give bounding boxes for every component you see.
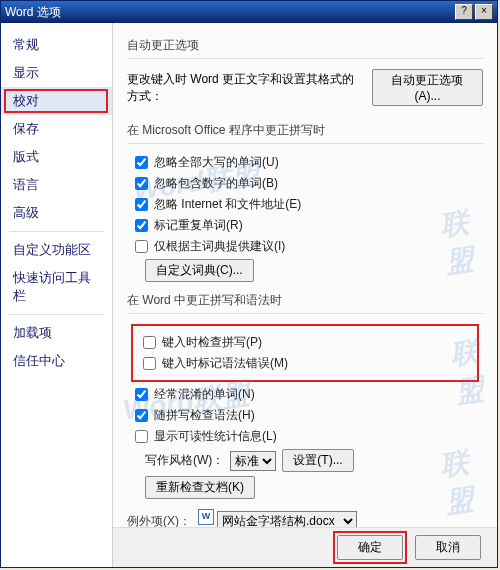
section-exceptions: 例外项(X)： 网站金字塔结构.docx <box>127 503 483 527</box>
chk-mark-grammar[interactable] <box>143 357 156 370</box>
chk-confused-words[interactable] <box>135 388 148 401</box>
titlebar: Word 选项 ? × <box>1 1 497 23</box>
nav-trust[interactable]: 信任中心 <box>1 347 112 375</box>
writing-style-select[interactable]: 标准 <box>230 451 276 471</box>
exception-doc-select[interactable]: 网站金字塔结构.docx <box>217 511 357 527</box>
cancel-button[interactable]: 取消 <box>415 535 481 560</box>
sidebar: 常规 显示 校对 保存 版式 语言 高级 自定义功能区 快速访问工具栏 加载项 … <box>1 23 113 567</box>
ok-button[interactable]: 确定 <box>337 535 403 560</box>
word-options-dialog: Word 选项 ? × 常规 显示 校对 保存 版式 语言 高级 自定义功能区 … <box>0 0 498 568</box>
nav-customize-ribbon[interactable]: 自定义功能区 <box>1 236 112 264</box>
chk-readability[interactable] <box>135 430 148 443</box>
section-word: 在 Word 中更正拼写和语法时 <box>127 286 483 314</box>
autocorrect-text: 更改键入时 Word 更正文字和设置其格式的方式： <box>127 71 366 105</box>
chk-ignore-numbers[interactable] <box>135 177 148 190</box>
nav-general[interactable]: 常规 <box>1 31 112 59</box>
nav-save[interactable]: 保存 <box>1 115 112 143</box>
recheck-button[interactable]: 重新检查文档(K) <box>145 476 255 499</box>
chk-ignore-internet[interactable] <box>135 198 148 211</box>
nav-addins[interactable]: 加载项 <box>1 319 112 347</box>
chk-flag-repeat[interactable] <box>135 219 148 232</box>
scroll-area[interactable]: 自动更正选项 更改键入时 Word 更正文字和设置其格式的方式： 自动更正选项(… <box>113 23 497 527</box>
nav-layout[interactable]: 版式 <box>1 143 112 171</box>
writing-style-label: 写作风格(W)： <box>145 452 224 469</box>
chk-check-spelling[interactable] <box>143 336 156 349</box>
nav-display[interactable]: 显示 <box>1 59 112 87</box>
chk-grammar-with-spell[interactable] <box>135 409 148 422</box>
nav-advanced[interactable]: 高级 <box>1 199 112 227</box>
section-office: 在 Microsoft Office 程序中更正拼写时 <box>127 116 483 144</box>
autocorrect-options-button[interactable]: 自动更正选项(A)... <box>372 69 483 106</box>
section-autocorrect: 自动更正选项 <box>127 31 483 59</box>
nav-language[interactable]: 语言 <box>1 171 112 199</box>
highlight-spell-group: 键入时检查拼写(P) 键入时标记语法错误(M) <box>131 324 479 382</box>
content-pane: 自动更正选项 更改键入时 Word 更正文字和设置其格式的方式： 自动更正选项(… <box>113 23 497 567</box>
nav-qat[interactable]: 快速访问工具栏 <box>1 264 112 310</box>
doc-icon <box>198 509 214 525</box>
nav-proofing[interactable]: 校对 <box>1 87 112 115</box>
chk-main-dict-only[interactable] <box>135 240 148 253</box>
close-button[interactable]: × <box>475 4 493 20</box>
dialog-footer: 确定 取消 <box>113 527 497 567</box>
settings-button[interactable]: 设置(T)... <box>282 449 353 472</box>
custom-dict-button[interactable]: 自定义词典(C)... <box>145 259 254 282</box>
window-title: Word 选项 <box>5 4 455 21</box>
chk-ignore-uppercase[interactable] <box>135 156 148 169</box>
help-button[interactable]: ? <box>455 4 473 20</box>
